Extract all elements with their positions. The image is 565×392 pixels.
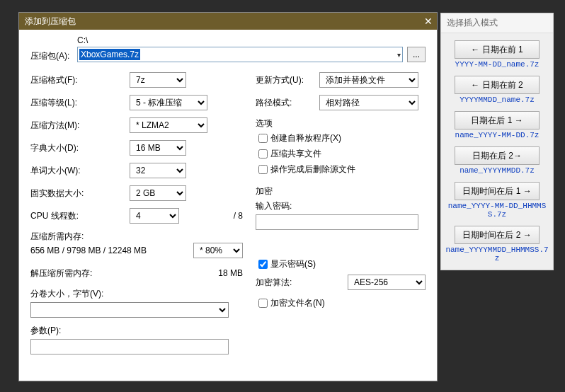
opt-sfx-label: 创建自释放程序(X) [270,132,341,144]
encnames-row[interactable]: 加密文件名(N) [258,297,426,309]
archive-label: 压缩包(A): [30,50,73,62]
password-input[interactable] [256,214,418,230]
encnames-label: 加密文件名(N) [270,297,325,309]
insert-mode-code-2: YYYYMMDD_name.7z [441,96,553,104]
titlebar: 添加到压缩包 ✕ [19,13,437,30]
archive-path-select[interactable]: XboxGames.7z ▾ [77,47,403,62]
pwd-label: 输入密码: [256,200,426,212]
format-label: 压缩格式(F): [30,74,130,86]
insert-mode-code-5: name_YYYY-MM-DD_HHMMSS.7z [441,202,553,219]
level-select[interactable]: 5 - 标准压缩 [130,95,207,110]
insert-mode-code-1: YYYY-MM-DD_name.7z [441,60,553,69]
archive-path-value: XboxGames.7z [79,49,140,60]
opt-delete-label: 操作完成后删除源文件 [270,163,355,175]
opt-shared-label: 压缩共享文件 [270,148,321,160]
insert-mode-button-2[interactable]: ← 日期在前 2 [455,76,540,94]
insert-mode-button-1[interactable]: ← 日期在前 1 [455,40,540,59]
mem-comp-value: 656 MB / 9798 MB / 12248 MB [30,246,147,255]
level-label: 压缩等级(L): [30,97,130,109]
method-label: 压缩方法(M): [30,120,130,132]
insert-mode-code-4: name_YYYYMMDD.7z [441,166,553,175]
algo-select[interactable]: AES-256 [348,275,426,290]
format-select[interactable]: 7z [130,72,186,88]
opt-delete-row[interactable]: 操作完成后删除源文件 [258,163,426,175]
method-select[interactable]: * LZMA2 [130,117,207,133]
split-label: 分卷大小，字节(V): [30,288,243,300]
threads-total: / 8 [234,211,243,221]
dict-label: 字典大小(D): [30,142,130,154]
mem-pct-select[interactable]: * 80% [193,243,243,258]
browse-button[interactable]: ... [407,47,426,62]
add-to-archive-dialog: 添加到压缩包 ✕ 压缩包(A): C:\ XboxGames.7z ▾ ... [19,13,437,381]
pathmode-select[interactable]: 相对路径 [319,95,418,110]
opt-sfx-row[interactable]: 创建自释放程序(X) [258,132,426,144]
opt-shared-row[interactable]: 压缩共享文件 [258,148,426,160]
chevron-down-icon: ▾ [397,51,401,59]
insert-mode-button-4[interactable]: 日期在后 2→ [455,146,540,165]
params-label: 参数(P): [30,325,243,337]
mem-decomp-label: 解压缩所需内存: [30,267,218,279]
update-label: 更新方式(U): [256,74,319,86]
update-select[interactable]: 添加并替换文件 [319,72,418,88]
insert-mode-button-3[interactable]: 日期在后 1 → [455,111,540,129]
options-label: 选项 [256,117,426,129]
insert-mode-button-6[interactable]: 日期时间在后 2 → [455,226,540,244]
showpwd-label: 显示密码(S) [270,258,316,270]
threads-select[interactable]: 4 [130,208,179,224]
insert-mode-button-5[interactable]: 日期时间在后 1 → [455,182,540,200]
mem-comp-label: 压缩所需内存: [30,231,243,243]
panel-title: 选择插入模式 [441,13,553,33]
close-icon[interactable]: ✕ [424,16,433,27]
dict-select[interactable]: 16 MB [130,140,186,156]
dialog-title: 添加到压缩包 [25,16,76,28]
opt-shared-checkbox[interactable] [258,149,268,158]
word-select[interactable]: 32 [130,163,186,178]
split-select[interactable] [30,302,229,318]
encnames-checkbox[interactable] [258,299,268,308]
opt-sfx-checkbox[interactable] [258,134,268,143]
solid-label: 固实数据大小: [30,188,130,200]
opt-delete-checkbox[interactable] [258,165,268,174]
threads-label: CPU 线程数: [30,210,130,222]
insert-mode-code-3: name_YYYY-MM-DD.7z [441,131,553,139]
insert-mode-code-6: name_YYYYMMDD_HHMMSS.7z [441,246,553,263]
params-input[interactable] [30,339,229,354]
pathmode-label: 路径模式: [256,97,319,109]
word-label: 单词大小(W): [30,165,130,177]
solid-select[interactable]: 2 GB [130,185,186,201]
insert-mode-panel: 选择插入模式 ← 日期在前 1YYYY-MM-DD_name.7z← 日期在前 … [440,13,554,270]
algo-label: 加密算法: [256,277,319,289]
enc-label: 加密 [256,185,426,197]
path-dir-label: C:\ [77,35,403,45]
showpwd-checkbox[interactable] [258,260,268,269]
mem-decomp-value: 18 MB [218,268,243,278]
showpwd-row[interactable]: 显示密码(S) [258,258,426,270]
